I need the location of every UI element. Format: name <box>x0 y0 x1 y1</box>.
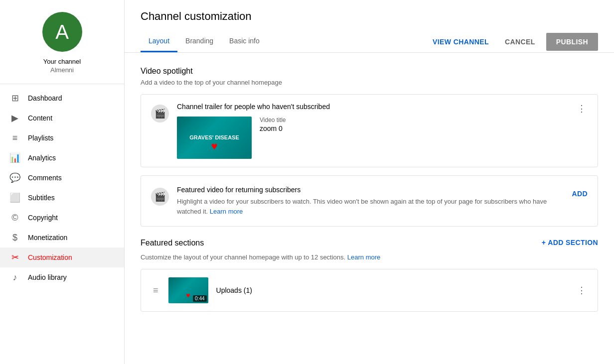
featured-sections-title-group: Featured sections <box>141 239 204 250</box>
tabs: LayoutBrandingBasic info <box>141 31 268 52</box>
main-content: Channel customization LayoutBrandingBasi… <box>125 0 614 364</box>
featured-sections-header: Featured sections + ADD SECTION <box>141 239 598 250</box>
upload-heart-icon: ♥ <box>186 291 190 299</box>
upload-thumbnail: ♥ 0:44 <box>168 277 208 303</box>
video-spotlight-title: Video spotlight <box>141 67 598 76</box>
video-info: Video title zoom 0 <box>260 117 286 132</box>
uploads-card-title: Uploads (1) <box>216 286 568 294</box>
avatar: A <box>42 12 82 52</box>
sidebar-item-label-content: Content <box>28 114 52 122</box>
sidebar-item-dashboard[interactable]: ⊞Dashboard <box>0 88 124 108</box>
sidebar-item-customization[interactable]: ✂Customization <box>0 247 124 267</box>
tab-branding[interactable]: Branding <box>177 31 221 52</box>
featured-sections-desc: Customize the layout of your channel hom… <box>141 253 598 261</box>
sidebar-item-label-audio-library: Audio library <box>28 273 67 281</box>
channel-label: Your channel <box>43 58 81 65</box>
video-spotlight-desc: Add a video to the top of your channel h… <box>141 79 598 86</box>
sidebar: A Your channel Almenni ⊞Dashboard▶Conten… <box>0 0 125 364</box>
sidebar-item-label-subtitles: Subtitles <box>28 194 55 202</box>
trailer-card-menu[interactable]: ⋮ <box>576 103 588 115</box>
uploads-card: ≡ ♥ 0:44 Uploads (1) ⋮ <box>141 269 598 312</box>
video-thumbnail: GRAVES' DISEASE ♥ <box>177 117 252 159</box>
sidebar-item-comments[interactable]: 💬Comments <box>0 168 124 188</box>
featured-card-text: Highlight a video for your subscribers t… <box>177 197 564 216</box>
channel-name: Almenni <box>50 66 74 74</box>
featured-video-card: 🎬 Featured video for returning subscribe… <box>141 175 598 227</box>
sidebar-item-monetization[interactable]: $Monetization <box>0 228 124 247</box>
video-thumb-text: GRAVES' DISEASE <box>185 130 243 145</box>
upload-duration-badge: 0:44 <box>193 295 206 302</box>
uploads-card-menu[interactable]: ⋮ <box>576 284 588 296</box>
playlists-icon: ≡ <box>10 133 20 143</box>
trailer-card-title: Channel trailer for people who haven't s… <box>177 103 568 111</box>
analytics-icon: 📊 <box>10 153 20 163</box>
featured-card-body: Featured video for returning subscribers… <box>177 186 564 216</box>
header-actions: VIEW CHANNEL CANCEL PUBLISH <box>428 33 598 51</box>
sidebar-divider <box>0 84 124 84</box>
featured-sections-learn-more-link[interactable]: Learn more <box>347 253 380 261</box>
sidebar-item-label-copyright: Copyright <box>28 214 58 222</box>
featured-learn-more-link[interactable]: Learn more <box>210 208 243 215</box>
featured-sections-title: Featured sections <box>141 239 204 247</box>
page-title: Channel customization <box>141 10 598 23</box>
comments-icon: 💬 <box>10 173 20 183</box>
sidebar-item-label-analytics: Analytics <box>28 154 56 162</box>
featured-icon: 🎬 <box>151 188 169 206</box>
sidebar-item-content[interactable]: ▶Content <box>0 108 124 128</box>
sidebar-nav: ⊞Dashboard▶Content≡Playlists📊Analytics💬C… <box>0 88 124 287</box>
featured-card-title: Featured video for returning subscribers <box>177 186 564 194</box>
view-channel-button[interactable]: VIEW CHANNEL <box>428 34 494 50</box>
tabs-row: LayoutBrandingBasic info VIEW CHANNEL CA… <box>141 31 598 52</box>
featured-card-inner: 🎬 Featured video for returning subscribe… <box>151 186 588 216</box>
trailer-card: 🎬 Channel trailer for people who haven't… <box>141 94 598 167</box>
monetization-icon: $ <box>10 233 20 243</box>
sidebar-item-subtitles[interactable]: ⬜Subtitles <box>0 188 124 208</box>
video-preview: GRAVES' DISEASE ♥ Video title zoom 0 <box>177 117 568 159</box>
sidebar-item-label-comments: Comments <box>28 174 62 182</box>
content-area: Video spotlight Add a video to the top o… <box>125 53 614 326</box>
sidebar-item-playlists[interactable]: ≡Playlists <box>0 128 124 148</box>
sidebar-item-copyright[interactable]: ©Copyright <box>0 208 124 228</box>
subtitles-icon: ⬜ <box>10 193 20 203</box>
copyright-icon: © <box>10 213 20 223</box>
trailer-card-body: Channel trailer for people who haven't s… <box>177 103 568 159</box>
sidebar-item-label-customization: Customization <box>28 253 72 261</box>
add-section-button[interactable]: + ADD SECTION <box>542 239 598 246</box>
content-icon: ▶ <box>10 113 20 123</box>
publish-button[interactable]: PUBLISH <box>546 33 598 51</box>
dashboard-icon: ⊞ <box>10 93 20 103</box>
tab-basic-info[interactable]: Basic info <box>221 31 268 52</box>
audio-library-icon: ♪ <box>10 272 20 282</box>
sidebar-item-label-dashboard: Dashboard <box>28 94 62 102</box>
video-label: Video title <box>260 117 286 123</box>
sidebar-item-label-playlists: Playlists <box>28 134 53 142</box>
tab-layout[interactable]: Layout <box>141 31 177 52</box>
trailer-icon: 🎬 <box>151 105 169 122</box>
video-name: zoom 0 <box>260 124 286 132</box>
sidebar-item-audio-library[interactable]: ♪Audio library <box>0 267 124 287</box>
sidebar-item-label-monetization: Monetization <box>28 234 67 242</box>
main-header: Channel customization LayoutBrandingBasi… <box>125 0 614 53</box>
sidebar-item-analytics[interactable]: 📊Analytics <box>0 148 124 168</box>
drag-handle[interactable]: ≡ <box>151 283 160 298</box>
featured-add-button[interactable]: ADD <box>572 186 588 202</box>
customization-icon: ✂ <box>10 252 20 262</box>
cancel-button[interactable]: CANCEL <box>500 34 540 50</box>
